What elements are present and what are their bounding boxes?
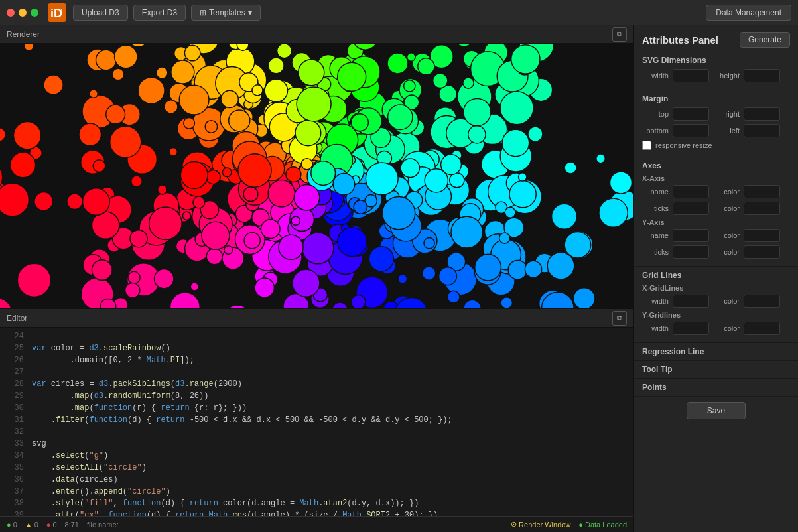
line-number: 34 (5, 450, 24, 462)
minimize-button[interactable] (19, 9, 27, 17)
y-axis-name-color-input[interactable] (744, 229, 780, 242)
line-number: 32 (5, 426, 24, 438)
data-management-button[interactable]: Data Management (706, 5, 791, 21)
y-ticks-color-label: color (713, 248, 740, 256)
x-axis-ticks-color-input[interactable] (744, 202, 780, 215)
x-gridlines-color-input[interactable] (744, 295, 780, 308)
render-window-button[interactable]: ⊙ Render Window (511, 520, 570, 529)
margin-bottom-input[interactable] (673, 124, 709, 137)
y-axis-title: Y-Axis (642, 218, 790, 226)
data-loaded-icon: ● (578, 521, 583, 529)
renderer-header: Renderer ⧉ (0, 25, 633, 44)
templates-icon: ⊞ (200, 8, 206, 17)
margin-left-input[interactable] (744, 124, 780, 137)
svg-dimensions-row: width height (642, 69, 790, 82)
x-axis-ticks-row: ticks color (642, 202, 790, 215)
cursor-position: 8:71 (65, 521, 79, 529)
ygl-color-label: color (713, 324, 740, 332)
line-number: 27 (5, 366, 24, 378)
code-line: 34 .select("g") (0, 450, 633, 462)
editor-header: Editor ⧉ (0, 309, 633, 328)
generate-button[interactable]: Generate (740, 32, 790, 48)
line-content: .enter().append("circle") (32, 486, 628, 498)
width-input[interactable] (673, 69, 709, 82)
y-gridlines-color-input[interactable] (744, 322, 780, 335)
position-icon: ● (7, 521, 11, 529)
y-axis-ticks-color-input[interactable] (744, 245, 780, 259)
responsive-resize-row: responsive resize (642, 141, 790, 150)
svg-dimensions-title: SVG Dimensions (642, 56, 790, 65)
margin-top-input[interactable] (673, 107, 709, 121)
line-content: .style("fill", function(d) { return colo… (32, 498, 628, 509)
x-axis-ticks-input[interactable] (673, 202, 709, 215)
x-ticks-label: ticks (642, 204, 669, 212)
line-content: .domain([0, 2 * Math.PI]); (32, 354, 628, 366)
renderer-copy-button[interactable]: ⧉ (612, 27, 627, 42)
code-line: 32 (0, 426, 633, 438)
line-content: .filter(function(d) { return -500 < d.x … (32, 414, 628, 426)
line-number: 33 (5, 438, 24, 450)
editor-content[interactable]: 2425var color = d3.scaleRainbow()26 .dom… (0, 328, 633, 516)
save-button[interactable]: Save (687, 402, 746, 419)
bottom-label: bottom (642, 127, 669, 135)
y-ticks-label: ticks (642, 248, 669, 256)
points-section: Points (634, 379, 798, 397)
titlebar: iD 3 Upload D3 Export D3 ⊞ Templates ▾ D… (0, 0, 798, 25)
renderer-canvas: (function() { const canvas = document.ge… (0, 44, 633, 308)
close-button[interactable] (7, 9, 15, 17)
maximize-button[interactable] (31, 9, 38, 17)
line-content (32, 330, 628, 342)
responsive-resize-checkbox[interactable] (642, 141, 651, 150)
line-number: 28 (5, 378, 24, 390)
code-line: 35 .selectAll("circle") (0, 462, 633, 474)
tool-tip-section: Tool Tip (634, 361, 798, 379)
line-content: .map(function(r) { return {r: r}; })) (32, 402, 628, 414)
x-axis-name-row: name color (642, 185, 790, 198)
right-label: right (713, 110, 740, 118)
error-indicator: ● 0 (46, 521, 57, 529)
line-content (32, 366, 628, 378)
y-gridlines-width-input[interactable] (673, 322, 709, 335)
x-axis-name-input[interactable] (673, 185, 709, 198)
y-axis-ticks-input[interactable] (673, 245, 709, 259)
y-gridlines-title: Y-Gridlines (642, 311, 790, 319)
xgl-width-label: width (642, 297, 669, 305)
editor-copy-button[interactable]: ⧉ (612, 311, 627, 326)
renderer-section: Renderer ⧉ (function() { const canvas = … (0, 25, 633, 309)
line-content (32, 426, 628, 438)
traffic-lights (7, 9, 38, 17)
line-content: .selectAll("circle") (32, 462, 628, 474)
line-content: .data(circles) (32, 474, 628, 486)
margin-right-input[interactable] (744, 107, 780, 121)
grid-lines-title: Grid Lines (642, 271, 790, 280)
line-content: .attr("cx", function(d) { return Math.co… (32, 509, 628, 516)
data-loaded-button[interactable]: ● Data Loaded (578, 521, 627, 529)
line-content: var color = d3.scaleRainbow() (32, 342, 628, 354)
width-label: width (642, 72, 669, 80)
x-axis-name-color-input[interactable] (744, 185, 780, 198)
line-content: svg (32, 438, 628, 450)
code-line: 27 (0, 366, 633, 378)
line-number: 24 (5, 330, 24, 342)
height-input[interactable] (744, 69, 780, 82)
line-number: 31 (5, 414, 24, 426)
code-line: 31 .filter(function(d) { return -500 < d… (0, 414, 633, 426)
x-color-label: color (713, 188, 740, 196)
upload-d3-button[interactable]: Upload D3 (73, 5, 128, 21)
x-gridlines-title: X-GridLines (642, 284, 790, 292)
svg-text:3: 3 (59, 7, 62, 13)
code-line: 36 .data(circles) (0, 474, 633, 486)
templates-button[interactable]: ⊞ Templates ▾ (191, 5, 261, 21)
code-line: 33svg (0, 438, 633, 450)
chevron-down-icon: ▾ (248, 8, 252, 17)
y-gridlines-row: width color (642, 322, 790, 335)
height-label: height (713, 72, 740, 80)
x-gridlines-width-input[interactable] (673, 295, 709, 308)
export-d3-button[interactable]: Export D3 (133, 5, 186, 21)
x-name-label: name (642, 188, 669, 196)
margin-bottom-left-row: bottom left (642, 124, 790, 137)
y-axis-name-input[interactable] (673, 229, 709, 242)
main-area: Renderer ⧉ (function() { const canvas = … (0, 25, 798, 532)
code-line: 39 .attr("cx", function(d) { return Math… (0, 509, 633, 516)
line-number: 36 (5, 474, 24, 486)
